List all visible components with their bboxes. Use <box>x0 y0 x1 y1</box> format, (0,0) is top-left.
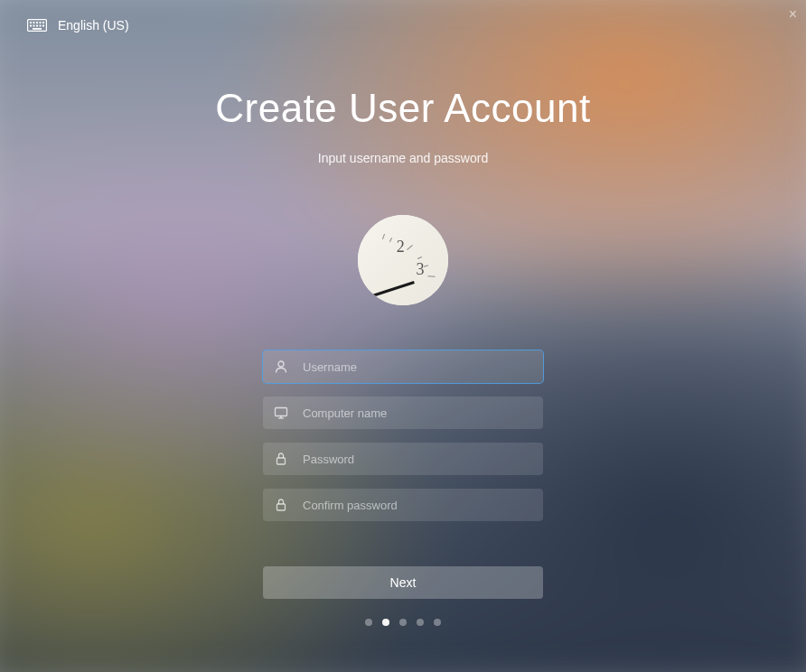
svg-rect-1 <box>30 22 32 23</box>
svg-rect-2 <box>33 22 35 23</box>
svg-rect-9 <box>40 25 42 27</box>
step-dot-2 <box>382 619 389 626</box>
computer-name-input[interactable] <box>303 397 532 429</box>
confirm-password-input[interactable] <box>303 489 532 521</box>
svg-rect-7 <box>33 25 35 27</box>
svg-rect-8 <box>36 25 38 27</box>
monitor-icon <box>274 406 288 420</box>
clock-face-icon: 2 3 <box>358 215 448 305</box>
user-icon <box>274 359 288 374</box>
step-dot-4 <box>417 619 424 626</box>
svg-rect-13 <box>276 408 287 416</box>
svg-rect-5 <box>42 22 44 23</box>
computer-name-input-group[interactable] <box>263 397 543 429</box>
close-button[interactable]: × <box>789 7 797 22</box>
page-subtitle: Input username and password <box>318 151 488 165</box>
svg-point-12 <box>278 361 284 367</box>
svg-rect-11 <box>33 28 42 30</box>
step-dot-5 <box>434 619 441 626</box>
svg-rect-10 <box>42 25 44 27</box>
svg-rect-3 <box>36 22 38 23</box>
svg-rect-6 <box>30 25 32 27</box>
page-title: Create User Account <box>215 86 590 131</box>
next-button[interactable]: Next <box>263 566 543 599</box>
svg-rect-17 <box>277 504 286 510</box>
password-input-group[interactable] <box>263 443 543 475</box>
lock-icon <box>274 452 288 466</box>
username-input[interactable] <box>303 350 532 383</box>
avatar-picker[interactable]: 2 3 <box>358 215 448 305</box>
svg-rect-16 <box>277 458 286 464</box>
username-input-group[interactable] <box>263 350 543 383</box>
step-indicator <box>365 619 441 626</box>
keyboard-icon <box>27 19 47 32</box>
language-selector[interactable]: English (US) <box>27 18 129 33</box>
step-dot-3 <box>399 619 407 626</box>
lock-icon <box>274 498 288 512</box>
confirm-password-input-group[interactable] <box>263 489 543 521</box>
step-dot-1 <box>365 619 372 626</box>
language-label: English (US) <box>58 18 129 33</box>
svg-rect-4 <box>40 22 42 23</box>
password-input[interactable] <box>303 443 532 475</box>
